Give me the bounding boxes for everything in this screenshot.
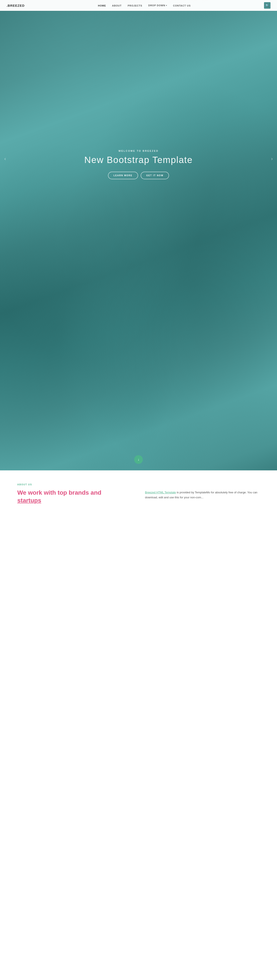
nav-item-dropdown[interactable]: DROP DOWN ▾: [148, 4, 167, 7]
hero-content: WELCOME TO BREEZED New Bootstrap Templat…: [74, 150, 203, 179]
about-title: We work with top brands and startups: [17, 489, 132, 504]
nav-item-home[interactable]: HOME: [98, 3, 106, 7]
scroll-down-button[interactable]: ↓: [134, 455, 143, 464]
nav-dropdown-trigger[interactable]: DROP DOWN ▾: [148, 4, 167, 7]
nav-item-about[interactable]: ABOUT: [112, 3, 122, 7]
nav-link-about[interactable]: ABOUT: [112, 4, 122, 7]
navbar-nav: HOME ABOUT PROJECTS DROP DOWN ▾ CONTACT …: [98, 3, 191, 7]
learn-more-button[interactable]: LEARN MORE: [108, 172, 138, 179]
get-it-now-button[interactable]: GET IT NOW: [141, 172, 169, 179]
hero-section: ‹ WELCOME TO BREEZED New Bootstrap Templ…: [0, 0, 277, 470]
chevron-down-icon: ▾: [166, 5, 167, 6]
about-section: ABOUT US We work with top brands and sta…: [0, 470, 277, 513]
about-left: ABOUT US We work with top brands and sta…: [17, 484, 132, 504]
carousel-next-button[interactable]: ›: [271, 156, 273, 162]
hero-subtitle: WELCOME TO BREEZED: [74, 150, 203, 152]
about-title-line2: startups: [17, 497, 41, 504]
nav-dropdown-label: DROP DOWN: [148, 4, 165, 7]
nav-link-contact[interactable]: CONTACT US: [173, 4, 191, 7]
about-right: Breezed HTML Template is provided by Tem…: [145, 484, 260, 504]
arrow-down-icon: ↓: [138, 458, 139, 461]
about-link[interactable]: Breezed HTML Template: [145, 491, 176, 494]
about-title-line1: We work with top brands and: [17, 489, 101, 496]
search-button[interactable]: 🔍: [264, 2, 271, 9]
navbar-brand[interactable]: .BREEZED: [6, 4, 25, 7]
hero-buttons: LEARN MORE GET IT NOW: [74, 172, 203, 179]
carousel-prev-button[interactable]: ‹: [4, 156, 6, 162]
search-icon: 🔍: [266, 4, 269, 7]
nav-item-projects[interactable]: PROJECTS: [128, 3, 142, 7]
hero-title: New Bootstrap Template: [74, 155, 203, 165]
nav-item-contact[interactable]: CONTACT US: [173, 3, 191, 7]
about-description: Breezed HTML Template is provided by Tem…: [145, 490, 260, 500]
navbar: .BREEZED HOME ABOUT PROJECTS DROP DOWN ▾…: [0, 0, 277, 11]
about-section-label: ABOUT US: [17, 484, 132, 486]
nav-link-projects[interactable]: PROJECTS: [128, 4, 142, 7]
nav-link-home[interactable]: HOME: [98, 4, 106, 7]
